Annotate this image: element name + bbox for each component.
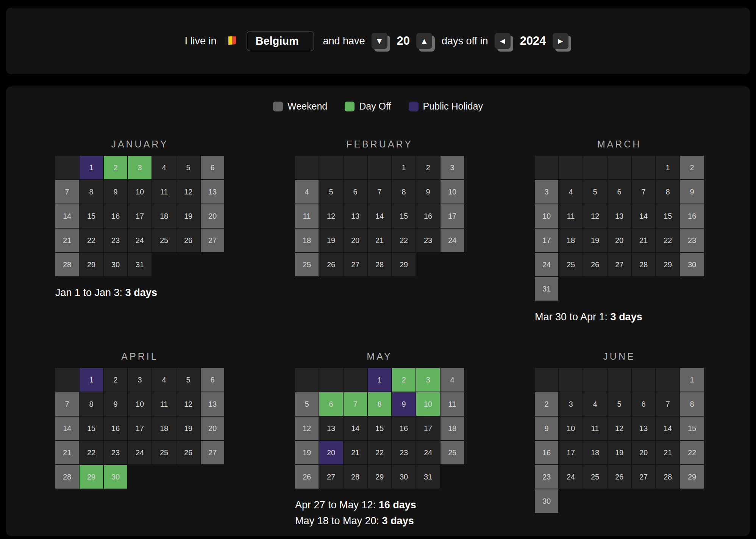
day-cell: 7 <box>55 180 79 204</box>
month-title: MAY <box>295 351 464 362</box>
day-cell: 25 <box>559 253 583 276</box>
next-year-button[interactable]: ▶ <box>553 33 569 49</box>
day-cell: 21 <box>632 229 655 252</box>
day-cell: 10 <box>128 392 152 416</box>
day-cell: 1 <box>656 156 679 179</box>
country-value: Belgium <box>255 35 298 47</box>
month-grid: 1234567891011121314151617181920212223242… <box>535 368 704 513</box>
day-cell: 25 <box>583 465 607 489</box>
day-cell: 19 <box>583 229 607 252</box>
day-cell: 13 <box>319 417 343 440</box>
empty-cell <box>295 368 319 392</box>
day-cell: 6 <box>608 180 631 204</box>
increase-days-button[interactable]: ▲ <box>416 33 432 49</box>
empty-cell <box>632 368 655 392</box>
day-cell: 23 <box>104 229 127 252</box>
day-cell: 19 <box>177 204 200 228</box>
note-range: Jan 1 to Jan 3: <box>55 287 125 298</box>
empty-cell <box>535 368 558 392</box>
month-title: JUNE <box>535 351 704 362</box>
decrease-days-button[interactable]: ▼ <box>372 33 387 49</box>
day-cell: 9 <box>680 180 704 204</box>
day-cell: 18 <box>583 441 607 464</box>
day-off-swatch <box>345 102 355 111</box>
day-cell: 8 <box>80 392 103 416</box>
day-cell: 8 <box>80 180 103 204</box>
days-off-value: 20 <box>397 34 410 48</box>
empty-cell <box>319 368 343 392</box>
vacation-range-note: Jan 1 to Jan 3: 3 days <box>55 285 224 301</box>
day-cell: 21 <box>656 441 679 464</box>
vacation-range-note: Apr 27 to May 12: 16 days <box>295 497 464 513</box>
empty-cell <box>55 156 79 179</box>
month-march: MARCH12345678910111213141516171819202122… <box>535 138 704 351</box>
day-cell: 5 <box>177 156 200 179</box>
legend-label: Day Off <box>359 101 391 112</box>
day-cell: 2 <box>104 156 127 179</box>
day-cell: 15 <box>368 417 391 440</box>
day-cell: 13 <box>201 180 224 204</box>
day-cell: 26 <box>177 441 200 464</box>
vacation-range-note: Mar 30 to Apr 1: 3 days <box>535 309 704 325</box>
day-cell: 23 <box>535 465 558 489</box>
previous-year-button[interactable]: ◀ <box>495 33 511 49</box>
weekend-swatch <box>273 102 283 111</box>
day-cell: 4 <box>295 180 319 204</box>
month-title: FEBRUARY <box>295 138 464 150</box>
day-cell: 20 <box>344 229 367 252</box>
day-cell: 24 <box>128 229 152 252</box>
month-may: MAY1234567891011121314151617181920212223… <box>295 351 464 529</box>
day-cell: 6 <box>201 368 224 392</box>
day-cell: 31 <box>535 277 558 301</box>
day-cell: 28 <box>344 465 367 489</box>
note-day-count: 3 days <box>611 311 642 323</box>
day-cell: 30 <box>535 489 558 513</box>
month-grid: 1234567891011121314151617181920212223242… <box>295 156 464 276</box>
day-cell: 22 <box>368 441 391 464</box>
day-cell: 18 <box>152 417 176 440</box>
day-cell: 10 <box>440 180 464 204</box>
day-cell: 5 <box>177 368 200 392</box>
day-cell: 26 <box>295 465 319 489</box>
day-cell: 13 <box>608 204 631 228</box>
day-cell: 8 <box>368 392 391 416</box>
day-cell: 12 <box>608 417 631 440</box>
day-cell: 26 <box>608 465 631 489</box>
month-notes: Mar 30 to Apr 1: 3 days <box>535 309 704 325</box>
empty-cell <box>656 368 679 392</box>
empty-cell <box>608 156 631 179</box>
day-cell: 3 <box>440 156 464 179</box>
day-cell: 23 <box>416 229 440 252</box>
down-arrow-icon: ▼ <box>377 38 382 44</box>
day-cell: 11 <box>440 392 464 416</box>
day-cell: 4 <box>559 180 583 204</box>
day-cell: 22 <box>680 441 704 464</box>
day-cell: 24 <box>440 229 464 252</box>
month-february: FEBRUARY12345678910111213141516171819202… <box>295 138 464 351</box>
day-cell: 24 <box>559 465 583 489</box>
month-grid: 1234567891011121314151617181920212223242… <box>55 156 224 276</box>
day-cell: 29 <box>656 253 679 276</box>
day-cell: 13 <box>632 417 655 440</box>
day-cell: 3 <box>128 156 152 179</box>
empty-cell <box>55 368 79 392</box>
day-cell: 30 <box>680 253 704 276</box>
day-cell: 14 <box>344 417 367 440</box>
belgium-flag-icon <box>223 35 237 47</box>
left-arrow-icon: ◀ <box>500 38 505 44</box>
day-cell: 16 <box>535 441 558 464</box>
vacation-range-note: May 18 to May 20: 3 days <box>295 513 464 529</box>
month-grid: 1234567891011121314151617181920212223242… <box>295 368 464 489</box>
country-select[interactable]: Belgium <box>247 31 314 51</box>
day-cell: 9 <box>535 417 558 440</box>
empty-cell <box>344 156 367 179</box>
day-cell: 25 <box>295 253 319 276</box>
day-cell: 12 <box>319 204 343 228</box>
public-holiday-swatch <box>409 102 419 111</box>
day-cell: 18 <box>559 229 583 252</box>
day-cell: 7 <box>632 180 655 204</box>
day-cell: 27 <box>201 229 224 252</box>
day-cell: 11 <box>152 392 176 416</box>
day-cell: 1 <box>392 156 415 179</box>
month-title: MARCH <box>535 138 704 150</box>
